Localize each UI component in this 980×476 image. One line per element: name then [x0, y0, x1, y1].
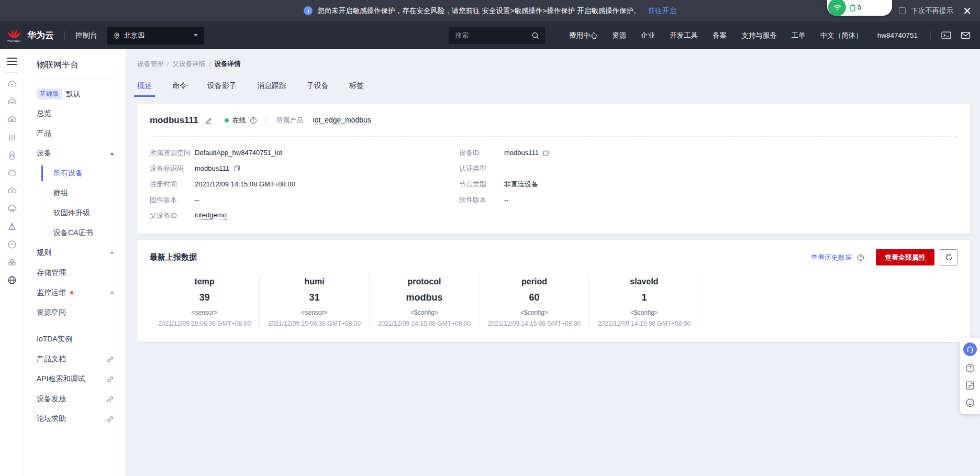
data-col-protocol: protocol modbus <$config> 2021/12/09 14:…	[370, 274, 480, 328]
tab-device-shadow[interactable]: 设备影子	[207, 81, 237, 97]
nav-account[interactable]: hw84740751	[877, 31, 918, 39]
tab-child-devices[interactable]: 子设备	[307, 81, 329, 97]
logo-text: HUAWEI	[7, 39, 20, 42]
chevron-down-icon	[194, 34, 198, 37]
console-link[interactable]: 控制台	[75, 31, 97, 40]
globe-icon[interactable]	[7, 275, 17, 285]
help-circle-icon[interactable]	[965, 363, 975, 373]
breadcrumb-device-management[interactable]: 设备管理	[137, 60, 163, 69]
view-all-properties-button[interactable]: 查看全部属性	[876, 249, 934, 265]
dismiss-checkbox[interactable]	[899, 7, 906, 14]
cloud-server-icon[interactable]	[7, 115, 17, 125]
help-circle-icon[interactable]	[857, 254, 864, 261]
breadcrumb-parent-device[interactable]: 父设备详情	[172, 60, 205, 69]
huawei-logo[interactable]: HUAWEI	[6, 28, 22, 42]
property-time: 2021/12/09 14:15:08 GMT+08:00	[484, 320, 585, 327]
property-name: temp	[154, 277, 255, 286]
prism-icon[interactable]	[7, 222, 17, 232]
sidebar-item-firmware-upgrade[interactable]: 软固件升级	[42, 203, 126, 223]
data-col-period: period 60 <$config> 2021/12/09 14:15:08 …	[480, 274, 589, 328]
field-label: 认证类型	[459, 164, 504, 173]
sidebar-item-label: 规则	[37, 248, 51, 258]
tab-message-trace[interactable]: 消息跟踪	[257, 81, 286, 97]
parent-device-link[interactable]: iotedgemo	[195, 211, 227, 220]
search-input[interactable]	[454, 31, 527, 40]
sidebar-item-label: 所有设备	[53, 169, 83, 178]
main-content: 设备管理 / 父设备详情 / 设备详情 概述 命令 设备影子 消息跟踪 子设备 …	[126, 49, 980, 476]
sidebar-item-products[interactable]: 产品	[37, 124, 126, 143]
sidebar-item-forum-help[interactable]: 论坛求助	[37, 409, 126, 429]
sidebar-item-iotda-instance[interactable]: IoTDA实例	[37, 329, 126, 349]
nav-billing[interactable]: 费用中心	[569, 31, 597, 40]
brand-name[interactable]: 华为云	[27, 29, 54, 41]
copy-icon[interactable]	[233, 165, 240, 172]
property-time: 2021/12/09 14:15:08 GMT+08:00	[594, 320, 695, 327]
tab-tags[interactable]: 标签	[349, 81, 364, 97]
product-link[interactable]: iot_edge_modbus	[313, 116, 371, 125]
menu-hamburger-icon[interactable]	[7, 56, 17, 67]
user-group-icon[interactable]	[7, 257, 17, 268]
waves-icon[interactable]	[7, 132, 17, 143]
sidebar-item-all-devices[interactable]: 所有设备	[42, 163, 126, 183]
smiley-icon[interactable]	[965, 397, 975, 408]
copy-icon[interactable]	[543, 149, 550, 156]
battery-icon	[850, 4, 855, 12]
nav-support[interactable]: 支持与服务	[741, 31, 777, 40]
dashed-divider	[150, 136, 957, 137]
sidebar-item-resource-space[interactable]: 资源空间	[37, 303, 126, 323]
nav-language[interactable]: 中文（简体）	[820, 31, 863, 40]
cloud-clock-icon[interactable]	[7, 204, 17, 214]
cloud-icon[interactable]	[7, 168, 17, 179]
field-auth-type: 认证类型	[459, 164, 957, 173]
terminal-icon[interactable]	[941, 31, 951, 40]
feedback-icon[interactable]	[965, 380, 975, 391]
property-name: slaveId	[594, 277, 695, 286]
report-actions: 查看历史数据 查看全部属性	[811, 249, 957, 265]
sidebar-item-overview[interactable]: 总览	[37, 104, 126, 124]
help-circle-icon[interactable]	[250, 117, 257, 124]
report-header: 最新上报数据 查看历史数据 查看全部属性	[150, 249, 957, 265]
sidebar-item-storage[interactable]: 存储管理	[37, 263, 126, 283]
nav-devtools[interactable]: 开发工具	[670, 31, 698, 40]
report-title: 最新上报数据	[150, 252, 197, 262]
nav-resources[interactable]: 资源	[612, 31, 626, 40]
view-history-link[interactable]: 查看历史数据	[811, 253, 852, 262]
edge-device-icon[interactable]	[7, 150, 17, 161]
sidebar-item-api-explorer[interactable]: API检索和调试	[37, 369, 126, 389]
sidebar-item-rules[interactable]: 规则	[37, 243, 126, 263]
sidebar-item-product-docs[interactable]: 产品文档	[37, 349, 126, 369]
sidebar-item-device-provision[interactable]: 设备发放	[37, 389, 126, 409]
property-time: 2021/12/09 15:06:36 GMT+08:00	[154, 320, 255, 327]
edit-pencil-icon[interactable]	[205, 116, 213, 125]
nav-icp[interactable]: 备案	[712, 31, 727, 40]
tab-commands[interactable]: 命令	[172, 81, 187, 97]
nav-enterprise[interactable]: 企业	[641, 31, 655, 40]
region-selector[interactable]: 北京四	[107, 27, 204, 45]
property-value: modbus	[374, 292, 475, 303]
property-value: 31	[264, 292, 365, 303]
sidebar-item-label: 产品文档	[37, 355, 66, 364]
field-value: --	[504, 196, 509, 204]
sidebar-item-devices[interactable]: 设备	[37, 143, 126, 163]
close-icon[interactable]: ✕	[963, 6, 972, 16]
sidebar-item-label: 论坛求助	[37, 414, 66, 424]
headset-support-icon[interactable]	[963, 342, 977, 356]
mail-icon[interactable]	[961, 31, 971, 40]
tab-overview[interactable]: 概述	[137, 81, 152, 97]
sidebar-item-monitor[interactable]: 监控运维	[37, 283, 126, 303]
ip-circle-icon[interactable]: IP	[7, 239, 17, 250]
nav-ticket[interactable]: 工单	[792, 31, 806, 40]
dismiss-label[interactable]: 下次不再提示	[911, 6, 953, 16]
sidebar-item-device-ca[interactable]: 设备CA证书	[42, 223, 126, 243]
cloud-dots-icon[interactable]	[7, 97, 17, 107]
notice-message: 您尚未开启敏感操作保护，存在安全风险，请您前往 安全设置>敏感操作>操作保护 开…	[317, 6, 640, 16]
search-icon[interactable]	[531, 31, 540, 40]
cloud-upload-icon[interactable]	[7, 186, 17, 196]
cloud-console-icon[interactable]	[7, 79, 17, 90]
field-label: 设备ID	[459, 148, 504, 158]
screen-monitor-widget[interactable]: 0	[827, 0, 892, 16]
sidebar-item-groups[interactable]: 群组	[42, 183, 126, 203]
notice-action-link[interactable]: 前往开启	[648, 6, 676, 16]
refresh-button[interactable]	[940, 249, 957, 265]
monitor-count: 0	[858, 4, 861, 12]
